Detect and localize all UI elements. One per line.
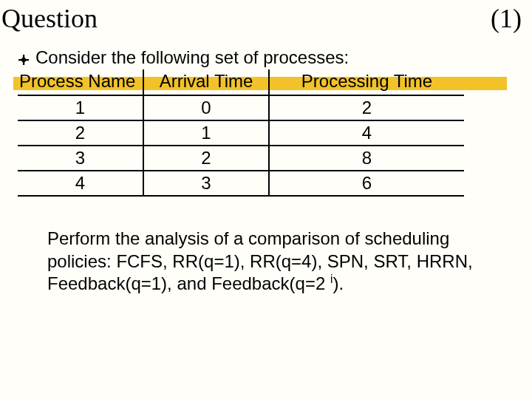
cell-name: 2: [18, 120, 143, 146]
cell-name: 1: [18, 95, 143, 120]
cell-arrival: 2: [143, 146, 269, 171]
col-header-processing: Processing Time: [269, 69, 464, 95]
instruction-post: ).: [332, 273, 344, 293]
svg-marker-3: [19, 55, 28, 64]
cell-arrival: 3: [143, 171, 269, 196]
cell-processing: 6: [269, 171, 464, 196]
cell-arrival: 1: [143, 120, 269, 146]
table-row: 2 1 4: [18, 120, 464, 146]
col-header-name: Process Name: [18, 69, 143, 95]
instruction-pre: Perform the analysis of a comparison of …: [47, 228, 473, 293]
col-header-arrival: Arrival Time: [143, 69, 269, 95]
cell-name: 4: [18, 171, 143, 196]
page-title: Question: [1, 3, 98, 34]
table-row: 4 3 6: [18, 171, 464, 196]
table-header-row: Process Name Arrival Time Processing Tim…: [18, 69, 464, 95]
cell-processing: 2: [269, 95, 464, 120]
bullet-text: Consider the following set of processes:: [35, 47, 349, 67]
instruction-text: Perform the analysis of a comparison of …: [18, 197, 514, 296]
cell-name: 3: [18, 146, 143, 171]
table-row: 3 2 8: [18, 146, 464, 171]
table-row: 1 0 2: [18, 95, 464, 120]
process-table: Process Name Arrival Time Processing Tim…: [18, 69, 464, 197]
page-number: (1): [491, 3, 522, 34]
cell-processing: 4: [269, 120, 464, 146]
bullet-icon: [18, 54, 30, 66]
cell-arrival: 0: [143, 95, 269, 120]
cell-processing: 8: [269, 146, 464, 171]
